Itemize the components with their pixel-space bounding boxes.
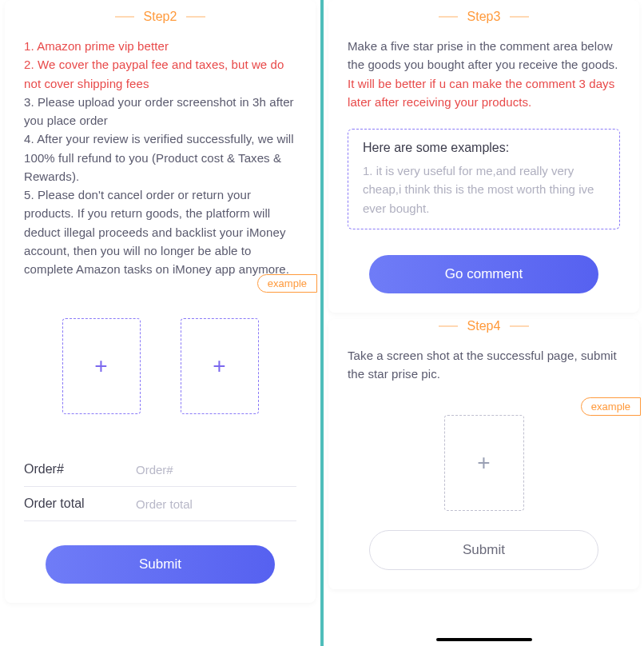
upload-slot-1[interactable]: +	[62, 318, 141, 414]
home-indicator-icon	[436, 638, 532, 641]
plus-icon: +	[94, 355, 107, 377]
step3-title: Step3	[467, 10, 501, 24]
step3-header: Step3	[348, 10, 620, 24]
order-fields: Order# Order total	[24, 453, 296, 521]
step4-card: Step4 Take a screen shot at the successf…	[328, 319, 639, 590]
step2-header: Step2	[24, 10, 296, 24]
example-tag[interactable]: example	[581, 397, 641, 416]
step4-header: Step4	[348, 319, 620, 333]
order-number-label: Order#	[24, 462, 120, 477]
upload-single-row: +	[348, 415, 620, 511]
upload-slot-2[interactable]: +	[181, 318, 259, 414]
step2-line3: 3. Please upload your order screenshot i…	[24, 93, 296, 130]
upload-row: + +	[24, 318, 296, 414]
examples-box: Here are some examples: 1. it is very us…	[348, 129, 620, 229]
dash-icon	[186, 16, 205, 18]
step2-title: Step2	[144, 10, 177, 24]
dash-icon	[439, 16, 458, 18]
examples-title: Here are some examples:	[363, 141, 605, 155]
dash-icon	[510, 16, 529, 18]
plus-icon: +	[477, 452, 490, 474]
dash-icon	[115, 16, 134, 18]
order-total-label: Order total	[24, 496, 120, 511]
dash-icon	[439, 325, 458, 327]
submit-button[interactable]: Submit	[46, 545, 274, 584]
examples-body: 1. it is very useful for me,and really v…	[363, 162, 605, 217]
submit-outline-button[interactable]: Submit	[369, 530, 598, 570]
upload-slot-step4[interactable]: +	[444, 415, 524, 511]
step3-card: Step3 Make a five star prise in the comm…	[328, 0, 639, 313]
go-comment-button[interactable]: Go comment	[369, 255, 598, 293]
step4-body: Take a screen shot at the successful pag…	[348, 346, 620, 384]
step2-line2: 2. We cover the paypal fee and taxes, bu…	[24, 55, 296, 93]
step2-line4: 4. After your review is verified success…	[24, 130, 296, 185]
step2-line1: 1. Amazon prime vip better	[24, 37, 296, 55]
order-number-input[interactable]	[136, 463, 296, 477]
order-total-row: Order total	[24, 487, 296, 521]
step3-body-accent: It will be better if u can make the comm…	[348, 77, 614, 109]
order-total-input[interactable]	[136, 497, 296, 511]
step2-card: Step2 1. Amazon prime vip better 2. We c…	[5, 0, 316, 603]
order-number-row: Order#	[24, 453, 296, 487]
step2-body: 1. Amazon prime vip better 2. We cover t…	[24, 37, 296, 278]
plus-icon: +	[213, 355, 225, 377]
step3-body: Make a five star prise in the comment ar…	[348, 37, 620, 111]
dash-icon	[510, 325, 529, 327]
step4-title: Step4	[467, 319, 501, 333]
step2-line5: 5. Please don't cancel order or return y…	[24, 185, 296, 278]
step3-body-plain: Make a five star prise in the comment ar…	[348, 39, 618, 71]
example-tag[interactable]: example	[257, 274, 317, 293]
